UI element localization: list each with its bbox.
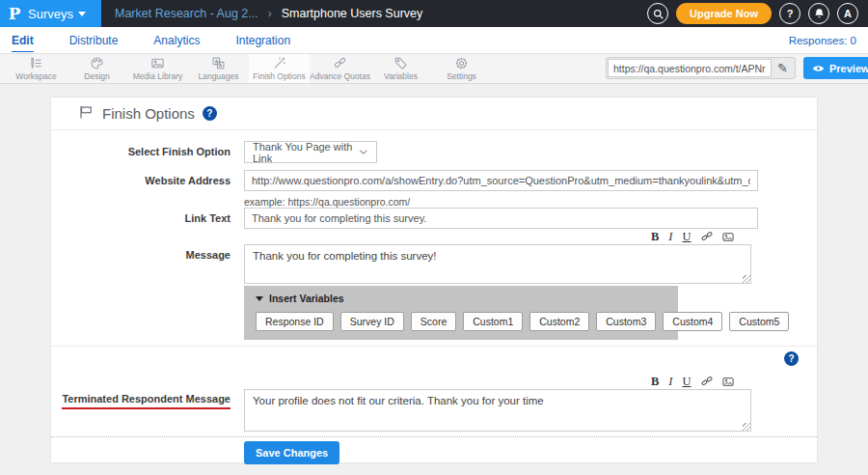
variable-custom5[interactable]: Custom5 xyxy=(729,312,789,331)
magic-wand-icon xyxy=(272,56,286,70)
upgrade-now-button[interactable]: Upgrade Now xyxy=(676,3,772,24)
survey-nav: Edit Distribute Analytics Integration Re… xyxy=(0,27,868,54)
terminated-message-textarea[interactable]: Your profile does not fit our criteria. … xyxy=(244,389,751,432)
responses-count[interactable]: Responses: 0 xyxy=(789,35,856,46)
topbar-actions: Upgrade Now ? A xyxy=(647,3,868,24)
tab-analytics[interactable]: Analytics xyxy=(153,29,200,51)
variable-buttons-row: Response ID Survey ID Score Custom1 Cust… xyxy=(256,312,666,331)
finish-options-card: Finish Options ? Select Finish Option Th… xyxy=(50,97,818,463)
search-button[interactable] xyxy=(647,3,668,24)
surveys-menu[interactable]: Surveys xyxy=(28,7,86,21)
surveys-menu-label: Surveys xyxy=(28,7,73,21)
link-button[interactable] xyxy=(701,231,713,242)
save-changes-button[interactable]: Save Changes xyxy=(244,441,339,464)
image-button[interactable] xyxy=(722,377,734,387)
tab-variables[interactable]: Variables xyxy=(370,54,431,83)
edit-url-icon[interactable]: ✎ xyxy=(772,61,794,75)
flag-icon xyxy=(78,104,95,124)
terminated-message-label: Terminated Respondent Message xyxy=(51,393,231,409)
website-address-input[interactable] xyxy=(244,170,758,191)
variable-custom3[interactable]: Custom3 xyxy=(596,312,656,331)
breadcrumb-folder[interactable]: Market Research - Aug 2... xyxy=(115,7,258,20)
section-divider xyxy=(51,346,817,347)
website-address-hint: example: https://qa.questionpro.com/ xyxy=(244,196,410,208)
tab-settings[interactable]: Settings xyxy=(431,54,492,83)
variable-custom1[interactable]: Custom1 xyxy=(463,312,523,331)
bell-icon xyxy=(814,8,825,19)
caret-down-icon xyxy=(256,296,263,301)
terminated-editor-toolbar: B I U xyxy=(651,376,734,388)
workspace-icon xyxy=(29,56,43,70)
tab-finish-options[interactable]: Finish Options xyxy=(249,54,310,83)
questionpro-logo: P xyxy=(9,5,21,23)
help-button[interactable]: ? xyxy=(779,3,800,24)
terminated-resize-handle[interactable] xyxy=(743,423,750,431)
link-text-label: Link Text xyxy=(51,212,231,224)
link-text-input[interactable] xyxy=(244,208,758,229)
page-title: Finish Options xyxy=(102,105,195,122)
terminated-help-icon[interactable]: ? xyxy=(784,351,799,366)
languages-icon xyxy=(211,56,226,70)
app-window: P Surveys Market Research - Aug 2... › S… xyxy=(0,0,868,475)
website-address-label: Website Address xyxy=(51,175,231,186)
bold-button[interactable]: B xyxy=(651,376,659,388)
main-content: Finish Options ? Select Finish Option Th… xyxy=(0,84,868,475)
message-label: Message xyxy=(51,249,231,261)
preview-button[interactable]: Preview xyxy=(803,57,868,79)
tab-design[interactable]: Design xyxy=(67,54,127,83)
finish-options-help-icon[interactable]: ? xyxy=(203,106,217,121)
tab-edit[interactable]: Edit xyxy=(12,29,34,52)
search-icon xyxy=(653,9,664,19)
chevron-down-icon xyxy=(359,149,368,155)
gear-icon xyxy=(454,56,469,70)
link-button[interactable] xyxy=(701,376,713,387)
finish-option-select[interactable]: Thank You Page with Link xyxy=(244,141,377,163)
tab-advance-quotas[interactable]: Advance Quotas xyxy=(310,54,370,83)
notifications-button[interactable] xyxy=(808,3,829,24)
variable-survey-id[interactable]: Survey ID xyxy=(340,312,404,331)
insert-variables-toggle[interactable]: Insert Variables xyxy=(256,293,666,304)
italic-button[interactable]: I xyxy=(668,376,672,388)
variable-score[interactable]: Score xyxy=(411,312,456,331)
message-resize-handle[interactable] xyxy=(743,275,750,283)
survey-url-box: ✎ xyxy=(606,57,796,79)
variable-response-id[interactable]: Response ID xyxy=(256,312,334,331)
dotted-divider xyxy=(51,436,817,437)
chevron-down-icon xyxy=(78,12,86,16)
finish-option-label: Select Finish Option xyxy=(51,146,231,157)
bold-button[interactable]: B xyxy=(651,231,659,243)
card-header: Finish Options ? xyxy=(51,98,817,130)
chain-link-icon xyxy=(333,56,347,70)
tab-integration[interactable]: Integration xyxy=(235,29,290,51)
account-avatar[interactable]: A xyxy=(837,3,858,24)
italic-button[interactable]: I xyxy=(668,231,672,243)
variable-custom2[interactable]: Custom2 xyxy=(529,312,589,331)
breadcrumb: Market Research - Aug 2... › Smartphone … xyxy=(115,7,422,20)
insert-variables-panel: Insert Variables Response ID Survey ID S… xyxy=(244,286,678,340)
palette-icon xyxy=(90,56,104,70)
tab-workspace[interactable]: Workspace xyxy=(6,54,67,83)
product-switcher[interactable]: P Surveys xyxy=(0,0,101,27)
top-bar: P Surveys Market Research - Aug 2... › S… xyxy=(0,0,868,27)
tag-icon xyxy=(393,56,408,70)
message-editor-toolbar: B I U xyxy=(651,231,734,243)
message-textarea[interactable]: Thank you for completing this survey! xyxy=(244,244,751,284)
tab-distribute[interactable]: Distribute xyxy=(69,29,119,51)
tab-media-library[interactable]: Media Library xyxy=(127,54,188,83)
variable-custom4[interactable]: Custom4 xyxy=(663,312,722,331)
tab-languages[interactable]: Languages xyxy=(188,54,249,83)
eye-icon xyxy=(812,64,825,73)
media-library-icon xyxy=(150,56,165,70)
breadcrumb-survey-name: Smartphone Users Survey xyxy=(282,7,423,20)
underline-button[interactable]: U xyxy=(683,376,692,388)
survey-url-input[interactable] xyxy=(608,59,772,77)
image-button[interactable] xyxy=(722,232,734,242)
breadcrumb-separator: › xyxy=(268,7,272,20)
underline-button[interactable]: U xyxy=(683,231,692,243)
